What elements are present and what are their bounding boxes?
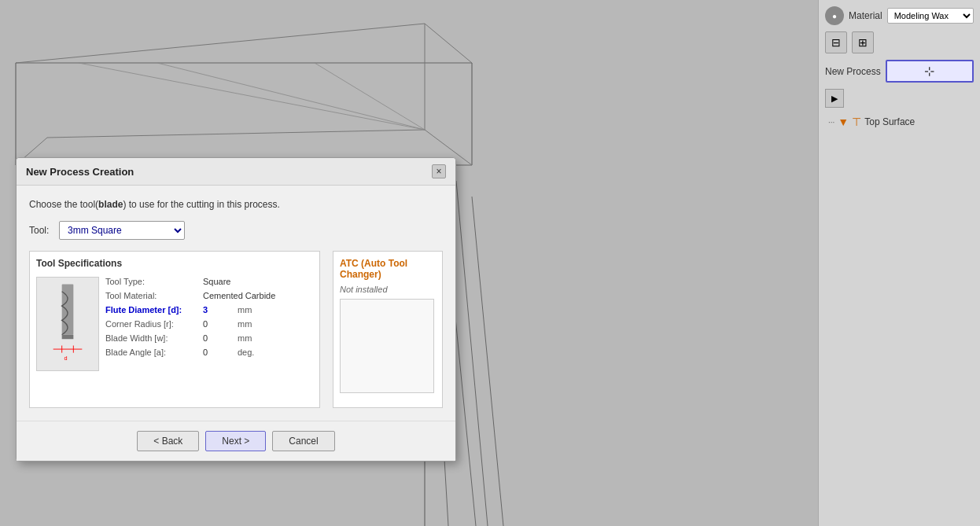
flute-label: Flute Diameter [d]: bbox=[105, 305, 200, 314]
tool-type-label: Tool Type: bbox=[105, 277, 200, 286]
field-flute-diameter: Flute Diameter [d]: 3 mm bbox=[105, 305, 313, 314]
tree-item-top-surface[interactable]: ··· ▼ ⊤ Top Surface bbox=[825, 114, 974, 130]
specs-panel: Tool Specifications bbox=[29, 251, 320, 408]
tool-material-value: Cemented Carbide bbox=[203, 291, 275, 300]
blade-angle-unit: deg. bbox=[238, 348, 254, 357]
tree-filter-icon: ▼ bbox=[838, 116, 849, 128]
specs-fields: Tool Type: Square Tool Material: Cemente… bbox=[105, 277, 313, 371]
icon-row-1: ⊟ ⊞ bbox=[825, 31, 974, 53]
right-panel: ● Material Modeling Wax ⊟ ⊞ New Process … bbox=[818, 0, 980, 526]
atc-panel: ATC (Auto Tool Changer) Not installed bbox=[333, 251, 443, 408]
material-row: ● Material Modeling Wax bbox=[825, 6, 974, 25]
specs-title: Tool Specifications bbox=[36, 258, 313, 269]
tool-material-label: Tool Material: bbox=[105, 291, 200, 300]
tool-dropdown[interactable]: 3mm Square bbox=[59, 221, 185, 240]
tool-label: Tool: bbox=[29, 225, 53, 236]
back-button[interactable]: < Back bbox=[137, 431, 199, 451]
tool-image: d bbox=[36, 277, 99, 371]
view-icon-btn-1[interactable]: ⊟ bbox=[825, 31, 847, 53]
flute-value: 3 bbox=[203, 305, 234, 314]
icon-row-2: ▶ bbox=[825, 89, 974, 108]
svg-rect-20 bbox=[62, 335, 74, 340]
tree-surface-icon: ⊤ bbox=[852, 116, 861, 128]
atc-image-area bbox=[340, 299, 434, 393]
dialog-buttons: < Back Next > Cancel bbox=[17, 421, 455, 461]
next-button[interactable]: Next > bbox=[205, 431, 266, 451]
specs-content: d Tool Type: Square Tool Material: Cemen… bbox=[36, 277, 313, 371]
field-tool-type: Tool Type: Square bbox=[105, 277, 313, 286]
dialog-title-bar: New Process Creation × bbox=[17, 158, 455, 186]
tool-type-value: Square bbox=[203, 277, 234, 286]
material-select[interactable]: Modeling Wax bbox=[887, 8, 974, 24]
dialog-body: Choose the tool(blade) to use for the cu… bbox=[17, 186, 455, 421]
cancel-button[interactable]: Cancel bbox=[272, 431, 334, 451]
blade-angle-value: 0 bbox=[203, 348, 234, 357]
material-label: Material bbox=[849, 10, 882, 21]
blade-width-label: Blade Width [w]: bbox=[105, 333, 200, 343]
dialog-title: New Process Creation bbox=[26, 166, 134, 178]
dialog: New Process Creation × Choose the tool(b… bbox=[16, 157, 456, 462]
tool-row: Tool: 3mm Square bbox=[29, 221, 443, 240]
corner-value: 0 bbox=[203, 319, 234, 329]
corner-unit: mm bbox=[238, 319, 252, 329]
dialog-close-button[interactable]: × bbox=[432, 164, 446, 178]
new-process-button[interactable]: ⊹ bbox=[886, 60, 974, 83]
atc-title: ATC (Auto Tool Changer) bbox=[340, 258, 436, 280]
new-process-label: New Process bbox=[825, 66, 881, 77]
svg-text:d: d bbox=[64, 355, 67, 362]
expand-icon-btn[interactable]: ▶ bbox=[825, 89, 844, 108]
tree-dots: ··· bbox=[828, 118, 834, 127]
blade-width-unit: mm bbox=[238, 333, 252, 343]
dialog-columns: Tool Specifications bbox=[29, 251, 443, 408]
dialog-instruction: Choose the tool(blade) to use for the cu… bbox=[29, 198, 443, 212]
blade-angle-label: Blade Angle [a]: bbox=[105, 348, 200, 357]
field-blade-angle: Blade Angle [a]: 0 deg. bbox=[105, 348, 313, 357]
tree-item-label: Top Surface bbox=[864, 116, 915, 127]
corner-label: Corner Radius [r]: bbox=[105, 319, 200, 329]
blade-width-value: 0 bbox=[203, 333, 234, 343]
new-process-row: New Process ⊹ bbox=[825, 60, 974, 83]
field-corner-radius: Corner Radius [r]: 0 mm bbox=[105, 319, 313, 329]
tool-svg: d bbox=[44, 281, 91, 367]
flute-unit: mm bbox=[238, 305, 252, 314]
field-blade-width: Blade Width [w]: 0 mm bbox=[105, 333, 313, 343]
material-icon: ● bbox=[825, 6, 844, 25]
atc-not-installed: Not installed bbox=[340, 285, 436, 294]
field-tool-material: Tool Material: Cemented Carbide bbox=[105, 291, 313, 300]
view-icon-btn-2[interactable]: ⊞ bbox=[852, 31, 874, 53]
